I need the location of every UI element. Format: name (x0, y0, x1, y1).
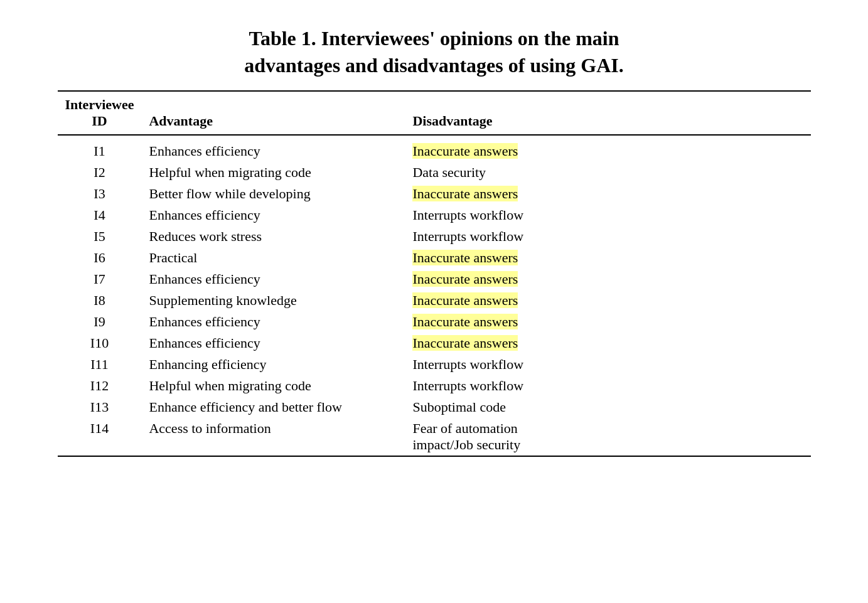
table-row: I6PracticalInaccurate answers (58, 247, 811, 269)
table-row: I11Enhancing efficiencyInterrupts workfl… (58, 354, 811, 375)
cell-disadvantage: Inaccurate answers (405, 311, 810, 333)
cell-disadvantage: Inaccurate answers (405, 290, 810, 311)
table-row: I13Enhance efficiency and better flowSub… (58, 397, 811, 418)
cell-advantage: Helpful when migrating code (141, 162, 405, 183)
cell-advantage: Enhances efficiency (141, 205, 405, 226)
cell-disadvantage: Interrupts workflow (405, 226, 810, 247)
cell-advantage: Reduces work stress (141, 226, 405, 247)
data-table: IntervieweeID Advantage Disadvantage I1E… (58, 90, 811, 462)
footer-row (58, 456, 811, 462)
title-line1: Table 1. Interviewees' opinions on the m… (58, 25, 811, 52)
header-advantage: Advantage (141, 91, 405, 135)
cell-disadvantage: Interrupts workflow (405, 354, 810, 375)
cell-advantage: Enhance efficiency and better flow (141, 397, 405, 418)
title-line2: advantages and disadvantages of using GA… (58, 52, 811, 79)
cell-advantage: Enhances efficiency (141, 311, 405, 333)
table-row: I4Enhances efficiencyInterrupts workflow (58, 205, 811, 226)
cell-advantage: Access to information (141, 418, 405, 456)
cell-disadvantage: Data security (405, 162, 810, 183)
table-title: Table 1. Interviewees' opinions on the m… (58, 25, 811, 79)
cell-id: I4 (58, 205, 142, 226)
cell-disadvantage: Inaccurate answers (405, 135, 810, 162)
cell-advantage: Enhancing efficiency (141, 354, 405, 375)
cell-id: I7 (58, 269, 142, 290)
table-row: I8Supplementing knowledgeInaccurate answ… (58, 290, 811, 311)
cell-id: I10 (58, 333, 142, 354)
cell-id: I1 (58, 135, 142, 162)
header-id: IntervieweeID (58, 91, 142, 135)
cell-advantage: Enhances efficiency (141, 333, 405, 354)
cell-id: I2 (58, 162, 142, 183)
cell-disadvantage: Interrupts workflow (405, 205, 810, 226)
cell-disadvantage: Suboptimal code (405, 397, 810, 418)
cell-disadvantage: Inaccurate answers (405, 269, 810, 290)
table-row: I12Helpful when migrating codeInterrupts… (58, 375, 811, 397)
cell-advantage: Supplementing knowledge (141, 290, 405, 311)
cell-advantage: Practical (141, 247, 405, 269)
table-row: I2Helpful when migrating codeData securi… (58, 162, 811, 183)
cell-id: I5 (58, 226, 142, 247)
table-row: I9Enhances efficiencyInaccurate answers (58, 311, 811, 333)
cell-id: I14 (58, 418, 142, 456)
cell-disadvantage: Inaccurate answers (405, 333, 810, 354)
table-row: I14Access to informationFear of automati… (58, 418, 811, 456)
table-row: I1Enhances efficiencyInaccurate answers (58, 135, 811, 162)
table-row: I5Reduces work stressInterrupts workflow (58, 226, 811, 247)
cell-id: I8 (58, 290, 142, 311)
header-disadvantage: Disadvantage (405, 91, 810, 135)
cell-disadvantage: Inaccurate answers (405, 247, 810, 269)
cell-id: I9 (58, 311, 142, 333)
cell-disadvantage: Inaccurate answers (405, 183, 810, 205)
cell-id: I12 (58, 375, 142, 397)
cell-disadvantage: Fear of automationimpact/Job security (405, 418, 810, 456)
table-row: I7Enhances efficiencyInaccurate answers (58, 269, 811, 290)
cell-disadvantage: Interrupts workflow (405, 375, 810, 397)
cell-id: I11 (58, 354, 142, 375)
page-container: Table 1. Interviewees' opinions on the m… (58, 25, 811, 462)
cell-advantage: Enhances efficiency (141, 269, 405, 290)
cell-id: I13 (58, 397, 142, 418)
cell-advantage: Helpful when migrating code (141, 375, 405, 397)
table-row: I10Enhances efficiencyInaccurate answers (58, 333, 811, 354)
table-row: I3Better flow while developingInaccurate… (58, 183, 811, 205)
header-row: IntervieweeID Advantage Disadvantage (58, 91, 811, 135)
cell-id: I3 (58, 183, 142, 205)
cell-advantage: Enhances efficiency (141, 135, 405, 162)
cell-advantage: Better flow while developing (141, 183, 405, 205)
cell-id: I6 (58, 247, 142, 269)
